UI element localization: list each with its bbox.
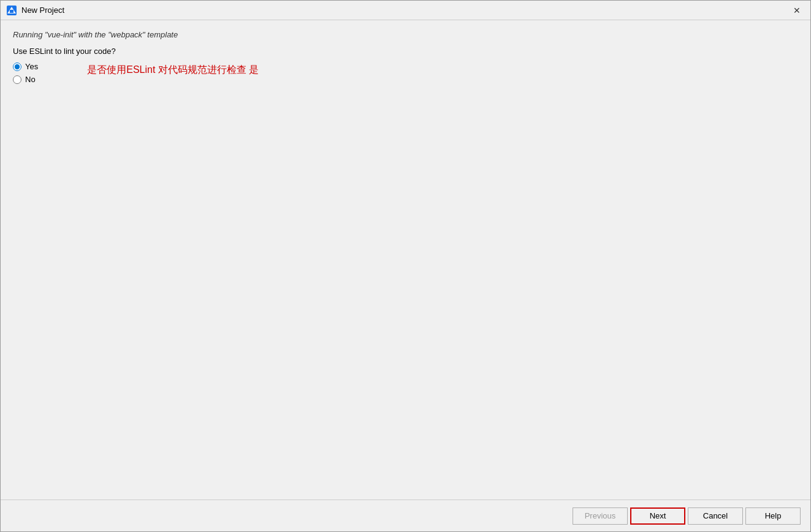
window-title: New Project — [21, 6, 64, 15]
app-icon — [6, 4, 18, 17]
annotation-text: 是否使用ESLint 对代码规范进行检查 是 — [87, 62, 259, 78]
svg-rect-2 — [10, 10, 13, 13]
radio-yes-text: Yes — [25, 62, 38, 71]
cancel-button[interactable]: Cancel — [688, 507, 743, 525]
subtitle-text: Running "vue-init" with the "webpack" te… — [13, 30, 798, 39]
previous-button[interactable]: Previous — [573, 507, 628, 525]
radio-yes-label[interactable]: Yes — [13, 62, 38, 71]
dialog-window: New Project ✕ Running "vue-init" with th… — [0, 0, 811, 532]
radio-no[interactable] — [13, 75, 21, 84]
radio-no-text: No — [25, 75, 36, 84]
radio-no-label[interactable]: No — [13, 75, 38, 84]
help-button[interactable]: Help — [745, 507, 801, 525]
bottom-bar: Previous Next Cancel Help — [1, 500, 810, 531]
title-bar-left: New Project — [6, 4, 64, 17]
content-spacer — [13, 94, 798, 490]
title-bar: New Project ✕ — [1, 1, 810, 20]
radio-yes[interactable] — [13, 63, 21, 71]
radio-group: Yes No — [13, 62, 38, 84]
next-button[interactable]: Next — [630, 507, 685, 525]
question-text: Use ESLint to lint your code? — [13, 47, 798, 56]
content-area: Running "vue-init" with the "webpack" te… — [1, 20, 810, 500]
close-button[interactable]: ✕ — [788, 4, 805, 17]
